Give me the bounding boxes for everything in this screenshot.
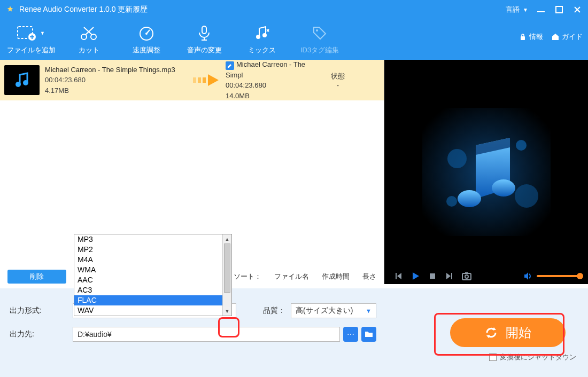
info-link[interactable]: 情報 xyxy=(519,32,543,42)
add-file-button[interactable]: ▼ ファイルを追加 xyxy=(2,19,60,60)
svg-point-9 xyxy=(256,35,260,39)
voice-change-button[interactable]: 音声の変更 xyxy=(175,19,233,60)
speed-button[interactable]: 速度調整 xyxy=(118,19,175,60)
toolbar-label: 速度調整 xyxy=(133,45,160,55)
source-info: Michael Carreon - The Simple Things.mp3 … xyxy=(45,65,188,96)
window-title: Renee Audio Converter 1.0.0 更新履歴 xyxy=(19,5,148,14)
svg-point-10 xyxy=(262,33,267,37)
dropdown-scrollbar[interactable]: ▲ ▼ xyxy=(222,234,231,316)
arrow-icon xyxy=(188,72,226,88)
minimize-button[interactable] xyxy=(536,4,546,15)
id3-edit-button[interactable]: ID3タグ編集 xyxy=(291,19,349,60)
file-row[interactable]: Michael Carreon - The Simple Things.mp3 … xyxy=(0,60,384,100)
lock-icon xyxy=(519,33,527,41)
guide-link[interactable]: ガイド xyxy=(552,32,583,42)
output-format-label: 出力形式: xyxy=(10,306,73,316)
scroll-thumb[interactable] xyxy=(224,244,230,293)
format-option[interactable]: MP3 xyxy=(74,234,231,245)
status-value: - xyxy=(322,81,354,89)
svg-point-7 xyxy=(145,33,148,35)
quality-label: 品質： xyxy=(263,306,285,316)
format-dropdown-list[interactable]: MP3 MP2 M4A WMA AAC AC3 FLAC WAV ▲ ▼ xyxy=(74,234,232,316)
sort-by-length[interactable]: 長さ xyxy=(362,272,376,281)
quality-select[interactable]: 高(サイズ大きい) ▼ xyxy=(291,303,376,318)
toolbar-label: ID3タグ編集 xyxy=(300,45,339,55)
svg-point-21 xyxy=(515,184,538,208)
format-option[interactable]: WAV xyxy=(74,305,231,316)
svg-rect-17 xyxy=(203,77,206,83)
format-option[interactable]: MP2 xyxy=(74,245,231,255)
play-button[interactable] xyxy=(409,270,421,282)
toolbar-label: カット xyxy=(79,45,99,55)
snapshot-button[interactable] xyxy=(461,270,473,282)
output-dir-input[interactable]: D:¥audio¥ xyxy=(73,327,340,342)
cut-button[interactable]: カット xyxy=(60,19,118,60)
svg-rect-8 xyxy=(202,26,206,34)
volume-slider[interactable] xyxy=(537,275,581,277)
stop-button[interactable] xyxy=(427,270,438,282)
refresh-icon xyxy=(484,326,498,340)
close-button[interactable] xyxy=(572,4,583,15)
svg-rect-26 xyxy=(462,273,471,280)
folder-icon xyxy=(365,331,373,338)
status-column: 状態 - xyxy=(322,72,354,89)
toolbar-label: ファイルを追加 xyxy=(7,45,56,55)
format-option[interactable]: AC3 xyxy=(74,285,231,295)
mix-button[interactable]: ミックス xyxy=(233,19,291,60)
film-plus-icon xyxy=(17,25,37,41)
prev-button[interactable] xyxy=(392,270,404,282)
file-thumbnail xyxy=(4,65,40,95)
shutdown-checkbox[interactable]: 変換後にシャットダウン xyxy=(489,352,576,362)
maximize-button[interactable] xyxy=(554,4,564,15)
sort-label: ソート： xyxy=(234,272,261,281)
svg-point-11 xyxy=(316,29,318,32)
source-duration: 00:04:23.680 xyxy=(45,75,188,85)
svg-point-23 xyxy=(458,190,481,207)
scroll-up-button[interactable]: ▲ xyxy=(223,234,231,244)
toolbar-label: 音声の変更 xyxy=(187,45,222,55)
title-bar: Renee Audio Converter 1.0.0 更新履歴 言語▼ xyxy=(0,0,588,19)
svg-point-24 xyxy=(492,179,515,197)
language-selector[interactable]: 言語▼ xyxy=(506,5,528,14)
next-button[interactable] xyxy=(444,270,455,282)
svg-rect-15 xyxy=(193,77,196,83)
delete-button[interactable]: 削除 xyxy=(7,270,66,284)
app-logo-icon xyxy=(5,5,15,14)
source-size: 4.17MB xyxy=(45,85,188,96)
caret-down-icon: ▼ xyxy=(366,308,372,314)
toolbar-label: ミックス xyxy=(248,45,276,55)
scissors-icon xyxy=(80,24,98,42)
status-header: 状態 xyxy=(322,72,354,81)
sort-by-ctime[interactable]: 作成時間 xyxy=(322,272,350,281)
svg-point-14 xyxy=(23,80,28,85)
svg-point-22 xyxy=(446,196,457,207)
svg-rect-16 xyxy=(198,77,201,83)
svg-rect-1 xyxy=(556,6,562,13)
format-option[interactable]: M4A xyxy=(74,255,231,265)
format-option[interactable]: WMA xyxy=(74,265,231,275)
svg-point-20 xyxy=(516,140,527,151)
open-folder-button[interactable] xyxy=(361,327,376,342)
start-button[interactable]: 開始 xyxy=(450,318,566,347)
output-filename: Michael Carreon - The Simpl xyxy=(226,60,305,79)
format-option-selected[interactable]: FLAC xyxy=(74,295,231,305)
svg-rect-0 xyxy=(537,11,545,12)
volume-icon[interactable] xyxy=(523,271,532,281)
svg-point-19 xyxy=(447,149,467,168)
scroll-down-button[interactable]: ▼ xyxy=(223,307,231,316)
gauge-icon xyxy=(137,24,156,42)
sort-by-name[interactable]: ファイル名 xyxy=(274,272,309,281)
path-more-button[interactable]: ⋯ xyxy=(343,327,358,342)
tag-icon xyxy=(311,24,329,42)
checkbox-icon[interactable] xyxy=(489,354,497,361)
main-toolbar: ▼ ファイルを追加 カット 速度調整 音声の変更 ミックス ID3タグ編集 情報… xyxy=(0,19,588,60)
output-size: 14.0MB xyxy=(226,91,322,101)
music-mix-icon xyxy=(253,24,271,42)
svg-rect-28 xyxy=(465,272,468,274)
format-option[interactable]: AAC xyxy=(74,275,231,285)
home-icon xyxy=(552,33,559,41)
svg-rect-12 xyxy=(521,36,525,40)
svg-rect-25 xyxy=(430,273,435,279)
preview-panel xyxy=(384,60,588,284)
edit-icon[interactable] xyxy=(226,61,234,70)
